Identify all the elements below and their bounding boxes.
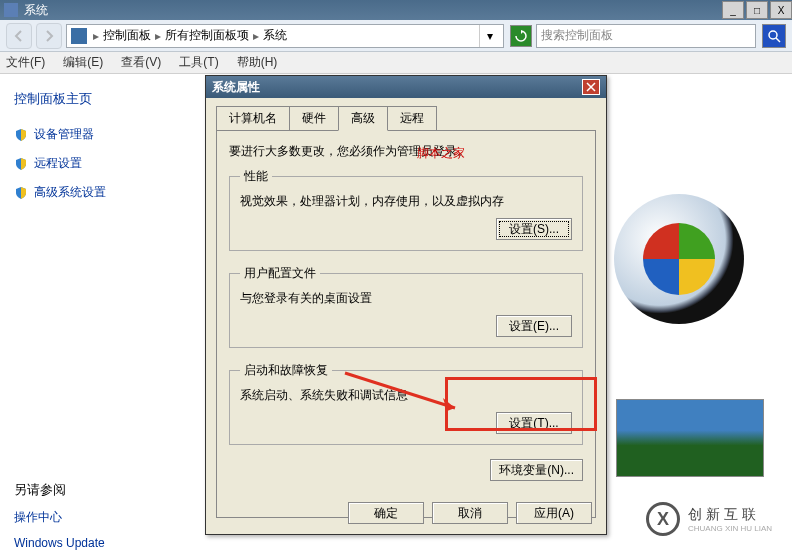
sidebar: 控制面板主页 设备管理器 远程设置 高级系统设置 另请参阅 操作中心 Windo…: [0, 74, 200, 552]
refresh-button[interactable]: [510, 25, 532, 47]
sidebar-item-advanced[interactable]: 高级系统设置: [14, 184, 186, 201]
back-arrow-icon: [12, 29, 26, 43]
nav-bar: ▸ 控制面板 ▸ 所有控制面板项 ▸ 系统 ▾ 搜索控制面板: [0, 20, 792, 52]
forward-arrow-icon: [42, 29, 56, 43]
chevron-down-icon[interactable]: ▾: [479, 25, 499, 47]
search-placeholder: 搜索控制面板: [541, 27, 613, 44]
profile-text: 与您登录有关的桌面设置: [240, 290, 572, 307]
menu-tools[interactable]: 工具(T): [179, 54, 218, 71]
tab-hardware[interactable]: 硬件: [289, 106, 339, 130]
window-title: 系统: [24, 2, 720, 19]
corp-name-en: CHUANG XIN HU LIAN: [688, 524, 772, 533]
sidebar-home-link[interactable]: 控制面板主页: [14, 90, 186, 108]
see-also-heading: 另请参阅: [14, 481, 186, 499]
env-vars-button[interactable]: 环境变量(N)...: [490, 459, 583, 481]
sidebar-item-windows-update[interactable]: Windows Update: [14, 536, 186, 550]
chevron-right-icon: ▸: [93, 29, 99, 43]
system-icon: [4, 3, 18, 17]
sidebar-item-label: 高级系统设置: [34, 184, 106, 201]
shield-icon: [14, 157, 28, 171]
startup-text: 系统启动、系统失败和调试信息: [240, 387, 572, 404]
admin-text: 要进行大多数更改，您必须作为管理员登录。: [229, 143, 583, 160]
profile-settings-button[interactable]: 设置(E)...: [496, 315, 572, 337]
tab-computer-name[interactable]: 计算机名: [216, 106, 290, 130]
window-titlebar: 系统 _ □ X: [0, 0, 792, 20]
menu-view[interactable]: 查看(V): [121, 54, 161, 71]
apply-button[interactable]: 应用(A): [516, 502, 592, 524]
performance-legend: 性能: [240, 168, 272, 185]
dialog-title: 系统属性: [212, 79, 582, 96]
sidebar-item-device-manager[interactable]: 设备管理器: [14, 126, 186, 143]
sidebar-item-label: 远程设置: [34, 155, 82, 172]
menu-edit[interactable]: 编辑(E): [63, 54, 103, 71]
startup-settings-button[interactable]: 设置(T)...: [496, 412, 572, 434]
minimize-button[interactable]: _: [722, 1, 744, 19]
back-button[interactable]: [6, 23, 32, 49]
performance-group: 性能 视觉效果，处理器计划，内存使用，以及虚拟内存 设置(S)...: [229, 168, 583, 251]
svg-line-1: [776, 38, 780, 42]
forward-button[interactable]: [36, 23, 62, 49]
dialog-close-button[interactable]: [582, 79, 600, 95]
corp-name-cn: 创新互联: [688, 506, 772, 524]
windows-logo: [614, 194, 744, 324]
note-text: 脚本之家: [417, 145, 465, 162]
performance-settings-button[interactable]: 设置(S)...: [496, 218, 572, 240]
menu-help[interactable]: 帮助(H): [237, 54, 278, 71]
sidebar-item-action-center[interactable]: 操作中心: [14, 509, 186, 526]
oem-picture: [616, 399, 764, 477]
corp-mark-icon: X: [646, 502, 680, 536]
dialog-titlebar[interactable]: 系统属性: [206, 76, 606, 98]
performance-text: 视觉效果，处理器计划，内存使用，以及虚拟内存: [240, 193, 572, 210]
computer-icon: [71, 28, 87, 44]
dialog-buttons: 确定 取消 应用(A): [348, 502, 592, 524]
menu-bar: 文件(F) 编辑(E) 查看(V) 工具(T) 帮助(H): [0, 52, 792, 74]
corp-watermark: X 创新互联 CHUANG XIN HU LIAN: [646, 502, 772, 536]
refresh-icon: [515, 30, 527, 42]
ok-button[interactable]: 确定: [348, 502, 424, 524]
system-properties-dialog: 系统属性 计算机名 硬件 高级 远程 要进行大多数更改，您必须作为管理员登录。 …: [205, 75, 607, 535]
sidebar-item-remote[interactable]: 远程设置: [14, 155, 186, 172]
sidebar-item-label: 设备管理器: [34, 126, 94, 143]
shield-icon: [14, 186, 28, 200]
startup-group: 启动和故障恢复 系统启动、系统失败和调试信息 设置(T)...: [229, 362, 583, 445]
tab-panel-advanced: 要进行大多数更改，您必须作为管理员登录。 脚本之家 性能 视觉效果，处理器计划，…: [216, 130, 596, 518]
profile-group: 用户配置文件 与您登录有关的桌面设置 设置(E)...: [229, 265, 583, 348]
svg-point-0: [769, 31, 777, 39]
search-button[interactable]: [762, 24, 786, 48]
search-input[interactable]: 搜索控制面板: [536, 24, 756, 48]
close-button[interactable]: X: [770, 1, 792, 19]
tab-remote[interactable]: 远程: [387, 106, 437, 130]
chevron-right-icon: ▸: [253, 29, 259, 43]
breadcrumb-item[interactable]: 控制面板: [103, 27, 151, 44]
profile-legend: 用户配置文件: [240, 265, 320, 282]
close-icon: [586, 82, 596, 92]
breadcrumb-item[interactable]: 所有控制面板项: [165, 27, 249, 44]
startup-legend: 启动和故障恢复: [240, 362, 332, 379]
menu-file[interactable]: 文件(F): [6, 54, 45, 71]
breadcrumb-item[interactable]: 系统: [263, 27, 287, 44]
breadcrumb[interactable]: ▸ 控制面板 ▸ 所有控制面板项 ▸ 系统 ▾: [66, 24, 504, 48]
chevron-right-icon: ▸: [155, 29, 161, 43]
tab-advanced[interactable]: 高级: [338, 106, 388, 131]
tab-strip: 计算机名 硬件 高级 远程: [206, 98, 606, 130]
shield-icon: [14, 128, 28, 142]
maximize-button[interactable]: □: [746, 1, 768, 19]
cancel-button[interactable]: 取消: [432, 502, 508, 524]
search-icon: [767, 29, 781, 43]
